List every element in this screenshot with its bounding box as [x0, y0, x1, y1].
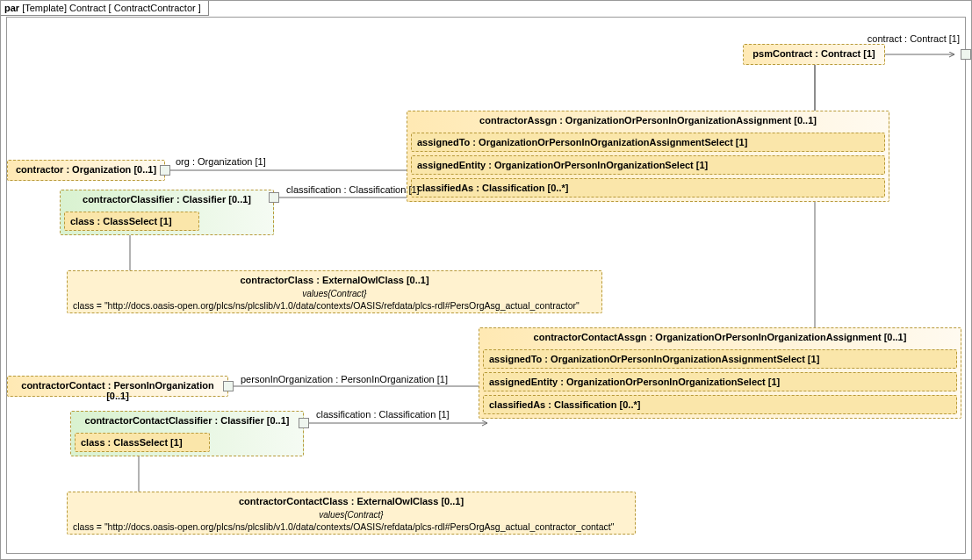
inner-frame: contract : Contract [1] psmContract : Co…	[6, 17, 966, 554]
contractor-contact-assgn-assignedentity[interactable]: assignedEntity : OrganizationOrPersonInO…	[483, 372, 957, 391]
contractor-contact-assgn-title: contractorContactAssgn : OrganizationOrP…	[479, 328, 961, 346]
contractor-assgn-assignedto[interactable]: assignedTo : OrganizationOrPersonInOrgan…	[411, 133, 885, 152]
node-contractor-class[interactable]: contractorClass : ExternalOwlClass [0..1…	[67, 270, 602, 313]
contractor-title: contractor : Organization [0..1]	[8, 161, 164, 178]
node-contractor-assgn[interactable]: contractorAssgn : OrganizationOrPersonIn…	[407, 111, 889, 202]
node-contractor-contact-class[interactable]: contractorContactClass : ExternalOwlClas…	[67, 492, 636, 535]
edge-label-contract: contract : Contract [1]	[868, 33, 960, 44]
edge-label-pio: personInOrganization : PersonInOrganizat…	[241, 374, 448, 384]
contract-port	[961, 49, 971, 60]
contractor-class-title: contractorClass : ExternalOwlClass [0..1…	[68, 271, 601, 289]
contractor-contact-title: contractorContact : PersonInOrganization…	[8, 377, 227, 405]
contractor-contact-assgn-assignedto[interactable]: assignedTo : OrganizationOrPersonInOrgan…	[483, 349, 957, 369]
contractor-classifier-port	[269, 192, 279, 203]
contractor-contact-assgn-classifiedas[interactable]: classifiedAs : Classification [0..*]	[483, 395, 957, 414]
node-contractor-contact[interactable]: contractorContact : PersonInOrganization…	[7, 376, 228, 397]
contractor-class-valueslabel: values{Contract}	[68, 289, 601, 298]
diagram-frame: par [Template] Contract [ ContractContra…	[0, 0, 972, 560]
contractor-assgn-title: contractorAssgn : OrganizationOrPersonIn…	[407, 111, 889, 129]
contractor-contact-classifier-port	[299, 418, 309, 428]
contractor-contact-class-title: contractorContactClass : ExternalOwlClas…	[68, 492, 635, 510]
node-contractor-contact-classifier[interactable]: contractorContactClassifier : Classifier…	[70, 411, 304, 456]
contractor-contact-classifier-title: contractorContactClassifier : Classifier…	[71, 412, 303, 429]
contractor-port	[160, 165, 170, 176]
node-contractor[interactable]: contractor : Organization [0..1]	[7, 160, 165, 181]
contractor-assgn-classifiedas[interactable]: classifiedAs : Classification [0..*]	[411, 178, 885, 197]
contractor-classifier-title: contractorClassifier : Classifier [0..1]	[61, 190, 273, 208]
node-contractor-classifier[interactable]: contractorClassifier : Classifier [0..1]…	[60, 190, 274, 235]
edge-label-classification2: classification : Classification [1]	[316, 409, 450, 420]
contractor-contact-classifier-classselect[interactable]: class : ClassSelect [1]	[75, 433, 210, 452]
contractor-contact-class-value: class = "http://docs.oasis-open.org/plcs…	[68, 520, 635, 534]
contractor-assgn-assignedentity[interactable]: assignedEntity : OrganizationOrPersonInO…	[411, 155, 885, 175]
node-psmcontract[interactable]: psmContract : Contract [1]	[743, 44, 885, 65]
frame-header: par [Template] Contract [ ContractContra…	[1, 1, 209, 16]
frame-kind: par	[4, 3, 19, 13]
frame-meta: [Template] Contract [ ContractContractor…	[22, 3, 201, 13]
edge-label-classification1: classification : Classification [1]	[286, 184, 420, 195]
node-contractor-contact-assgn[interactable]: contractorContactAssgn : OrganizationOrP…	[479, 327, 961, 419]
psmcontract-title: psmContract : Contract [1]	[744, 45, 884, 62]
contractor-classifier-classselect[interactable]: class : ClassSelect [1]	[64, 212, 199, 231]
contractor-contact-class-valueslabel: values{Contract}	[68, 510, 635, 520]
contractor-contact-port	[223, 381, 234, 391]
edge-label-org: org : Organization [1]	[176, 156, 266, 167]
contractor-class-value: class = "http://docs.oasis-open.org/plcs…	[68, 298, 601, 312]
